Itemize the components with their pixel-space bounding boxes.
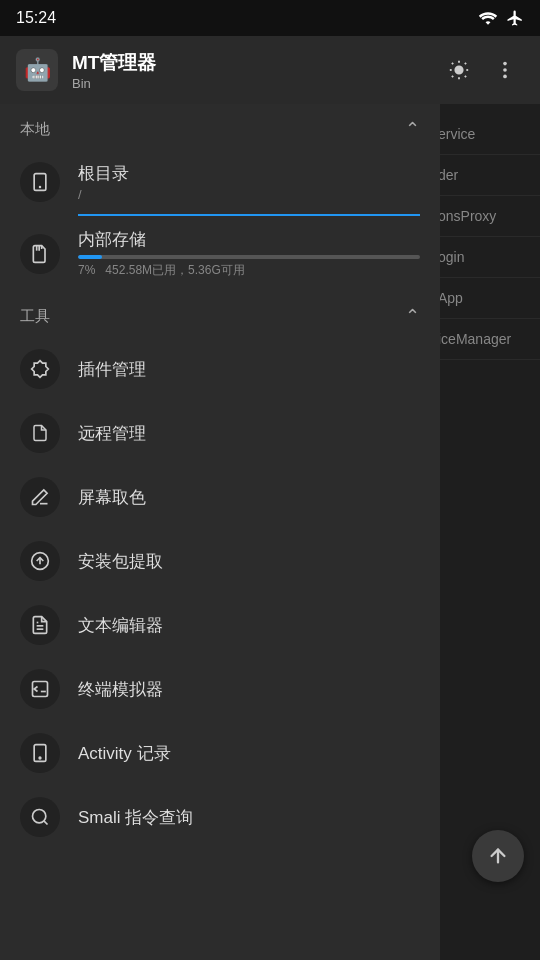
tools-collapse-icon[interactable]: ⌃	[405, 305, 420, 327]
app-subtitle: Bin	[72, 76, 426, 91]
activity-icon	[20, 733, 60, 773]
storage-progress-track	[78, 255, 420, 259]
app-header: 🤖 MT管理器 Bin	[0, 36, 540, 104]
svg-line-27	[44, 821, 48, 825]
app-title: MT管理器	[72, 50, 426, 76]
smali-label: Smali 指令查询	[78, 806, 193, 829]
storage-icon	[20, 234, 60, 274]
status-time: 15:24	[16, 9, 56, 27]
remote-icon	[20, 413, 60, 453]
internal-storage-item[interactable]: 内部存储 7% 452.58M已用，5.36G可用	[0, 216, 440, 291]
svg-line-8	[452, 76, 453, 77]
local-collapse-icon[interactable]: ⌃	[405, 118, 420, 140]
right-panel-item: der	[430, 155, 540, 196]
smali-icon	[20, 797, 60, 837]
activity-item[interactable]: Activity 记录	[0, 721, 440, 785]
more-icon	[494, 59, 516, 81]
phone-icon	[30, 172, 50, 192]
svg-point-14	[39, 186, 42, 189]
storage-info: 7% 452.58M已用，5.36G可用	[78, 262, 420, 279]
sd-card-icon	[30, 244, 50, 264]
airplane-icon	[506, 9, 524, 27]
local-section-header: 本地 ⌃	[0, 104, 440, 150]
terminal-icon	[20, 669, 60, 709]
svg-point-11	[503, 68, 507, 72]
drawer: 本地 ⌃ 根目录 / 内部存储	[0, 104, 440, 960]
right-panel-item: App	[430, 278, 540, 319]
texteditor-icon	[20, 605, 60, 645]
storage-progress-fill	[78, 255, 102, 259]
root-icon	[20, 162, 60, 202]
more-button[interactable]	[486, 51, 524, 89]
terminal-item[interactable]: 终端模拟器	[0, 657, 440, 721]
right-panel-item: onsProxy	[430, 196, 540, 237]
svg-point-26	[33, 810, 46, 823]
brightness-icon	[448, 59, 470, 81]
tools-section-header: 工具 ⌃	[0, 291, 440, 337]
plugin-icon	[20, 349, 60, 389]
right-panel-item: ervice	[430, 114, 540, 155]
storage-block: 内部存储 7% 452.58M已用，5.36G可用	[78, 228, 420, 279]
root-label: 根目录	[78, 162, 129, 185]
remote-item[interactable]: 远程管理	[0, 401, 440, 465]
root-item[interactable]: 根目录 /	[0, 150, 440, 214]
wifi-icon	[478, 10, 498, 26]
terminal-label: 终端模拟器	[78, 678, 163, 701]
colorpicker-item[interactable]: 屏幕取色	[0, 465, 440, 529]
apkextract-label: 安装包提取	[78, 550, 163, 573]
fab-up-button[interactable]	[472, 830, 524, 882]
status-icons	[478, 9, 524, 27]
up-arrow-icon	[487, 845, 509, 867]
remote-label: 远程管理	[78, 422, 146, 445]
apkextract-icon	[20, 541, 60, 581]
smali-item[interactable]: Smali 指令查询	[0, 785, 440, 849]
storage-name: 内部存储	[78, 228, 420, 251]
app-icon: 🤖	[16, 49, 58, 91]
colorpicker-icon	[20, 477, 60, 517]
activity-label: Activity 记录	[78, 742, 171, 765]
status-bar: 15:24	[0, 0, 540, 36]
tools-section-label: 工具	[20, 307, 50, 326]
app-title-block: MT管理器 Bin	[72, 50, 426, 91]
svg-point-10	[503, 62, 507, 66]
apkextract-item[interactable]: 安装包提取	[0, 529, 440, 593]
plugin-item[interactable]: 插件管理	[0, 337, 440, 401]
colorpicker-label: 屏幕取色	[78, 486, 146, 509]
texteditor-label: 文本编辑器	[78, 614, 163, 637]
local-section-label: 本地	[20, 120, 50, 139]
root-path: /	[78, 187, 129, 202]
svg-line-9	[465, 63, 466, 64]
right-panel-item: ogin	[430, 237, 540, 278]
right-panel-item: iceManager	[430, 319, 540, 360]
header-actions	[440, 51, 524, 89]
plugin-label: 插件管理	[78, 358, 146, 381]
svg-line-4	[452, 63, 453, 64]
right-panel: ervice der onsProxy ogin App iceManager	[430, 104, 540, 960]
texteditor-item[interactable]: 文本编辑器	[0, 593, 440, 657]
brightness-button[interactable]	[440, 51, 478, 89]
svg-point-25	[39, 757, 41, 759]
svg-line-5	[465, 76, 466, 77]
svg-point-12	[503, 75, 507, 79]
